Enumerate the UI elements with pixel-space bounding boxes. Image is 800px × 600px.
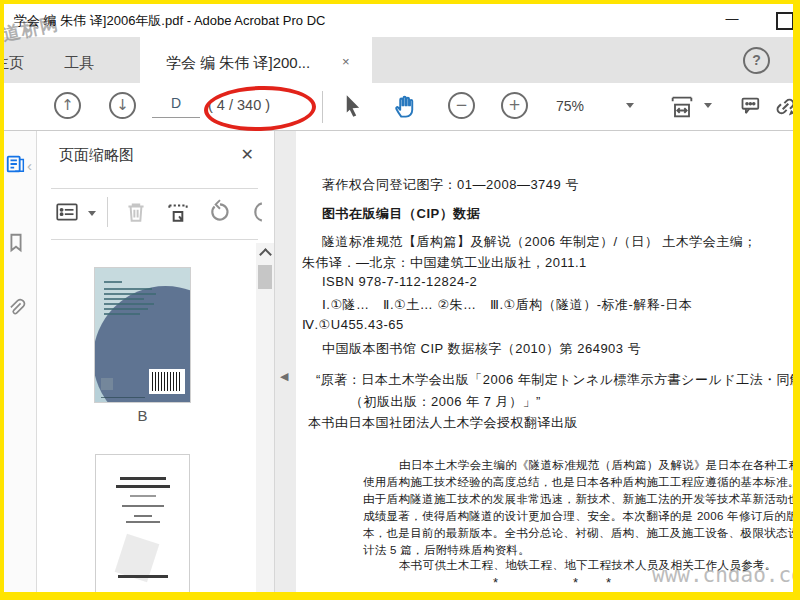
- insert-pages-icon[interactable]: [165, 199, 191, 225]
- tab-document-label: 学会 编 朱伟 译]200...: [166, 54, 310, 73]
- cover-qr-code: [101, 378, 113, 390]
- navigation-rail: ‹: [4, 131, 37, 592]
- page-thumbnails-panel: 页面缩略图 ✕: [37, 131, 275, 592]
- acrobat-window: 道桥网 学会 编 朱伟 译]2006年版.pdf - Adobe Acrobat…: [4, 4, 793, 592]
- doc-paragraph-line: 计法 5 篇，后附特殊盾构资料。: [363, 543, 530, 558]
- previous-page-button[interactable]: ↑: [54, 92, 81, 119]
- doc-line: “原著：日本土木学会出版「2006 年制定トンネル標準示方書シールド工法・同解説: [316, 371, 793, 389]
- screenshot-root: { "colors": { "frame-yellow": "#ffe400",…: [0, 0, 800, 600]
- toolbar-divider: [322, 91, 323, 123]
- page-count-indicator: ( 4 / 340 ): [208, 97, 270, 113]
- select-tool-icon[interactable]: [340, 93, 367, 120]
- doc-paragraph-line: 本书可供土木工程、地铁工程、地下工程技术人员及相关工作人员参考。: [399, 558, 777, 573]
- tab-tools[interactable]: 工具: [64, 54, 94, 73]
- tab-document[interactable]: 学会 编 朱伟 译]200... ×: [140, 37, 372, 83]
- attachments-rail-icon[interactable]: [5, 297, 27, 319]
- doc-line: 朱伟译．—北京：中国建筑工业出版社，2011.1: [302, 254, 587, 272]
- document-page[interactable]: www.cndao.com 著作权合同登记图字：01—2008—3749 号 图…: [296, 131, 793, 592]
- panel-close-icon[interactable]: ✕: [241, 145, 254, 164]
- page-thumbnail-title-page[interactable]: [95, 454, 190, 592]
- fit-dropdown-caret-icon[interactable]: [704, 103, 712, 108]
- minimize-button[interactable]: —: [718, 6, 746, 32]
- doc-line: 本书由日本国社团法人土木学会授权翻译出版: [308, 414, 578, 432]
- cover-barcode: [149, 369, 185, 394]
- panel-title: 页面缩略图: [59, 146, 134, 165]
- link-icon[interactable]: [772, 93, 793, 120]
- thumbnail-options-icon[interactable]: [54, 199, 80, 225]
- collapse-panel-icon[interactable]: ◀: [280, 370, 288, 383]
- zoom-dropdown-caret-icon[interactable]: [626, 103, 634, 108]
- panel-notch-icon: ‹: [27, 157, 32, 174]
- separator-star: *: [493, 575, 498, 590]
- doc-line: Ⅰ.①隧… Ⅱ.①土… ②朱… Ⅲ.①盾构（隧道）-标准-解释-日本: [322, 296, 692, 314]
- main-toolbar: ↑ ↓ D ( 4 / 340 ) − + 75%: [4, 83, 793, 131]
- panel-tool-divider: [107, 197, 108, 227]
- doc-line: 著作权合同登记图字：01—2008—3749 号: [322, 176, 579, 194]
- tab-home[interactable]: 主页: [4, 54, 24, 73]
- zoom-in-icon[interactable]: +: [501, 92, 528, 119]
- panel-divider: [51, 188, 258, 189]
- doc-paragraph-line: 成绩显著，使得盾构隧道的设计更加合理、安全。本次翻译的是 2006 年修订后的版: [363, 509, 793, 524]
- doc-paragraph-line: 使用盾构施工技术经验的高度总结，也是日本各种盾构施工工程应遵循的基本标准。: [363, 475, 793, 490]
- zoom-level-value[interactable]: 75%: [556, 98, 584, 114]
- doc-line: Ⅳ.①U455.43-65: [302, 317, 404, 332]
- page-number-input[interactable]: D: [152, 95, 200, 118]
- doc-line: 图书在版编目（CIP）数据: [322, 205, 480, 223]
- panel-scrollbar[interactable]: [256, 243, 274, 592]
- doc-line: 隧道标准规范【盾构篇】及解说（2006 年制定）/（日） 土木学会主编；: [322, 233, 757, 251]
- content-area: ‹ 页面缩略图 ✕: [4, 131, 793, 592]
- options-caret-icon[interactable]: [88, 211, 96, 216]
- bookmarks-rail-icon[interactable]: [5, 232, 27, 254]
- rotate-ccw-icon[interactable]: [207, 199, 233, 225]
- trash-icon[interactable]: [123, 199, 149, 225]
- panel-gutter: ◀: [275, 131, 296, 592]
- page-thumbnail-back-cover[interactable]: [95, 268, 190, 402]
- zoom-out-icon[interactable]: −: [448, 92, 475, 119]
- scroll-up-icon[interactable]: [256, 243, 274, 261]
- window-title: 学会 编 朱伟 译]2006年版.pdf - Adobe Acrobat Pro…: [14, 12, 325, 30]
- doc-line: （初版出版：2006 年 7 月）」”: [350, 393, 541, 411]
- doc-paragraph-line: 由于盾构隧道施工技术的发展非常迅速，新技术、新施工法的开发等技术革新活动也: [363, 492, 793, 507]
- scrollbar-thumb[interactable]: [258, 265, 272, 289]
- next-page-button[interactable]: ↓: [109, 92, 136, 119]
- page-thumbnails-rail-icon[interactable]: [5, 153, 27, 175]
- rotate-cw-icon[interactable]: [251, 199, 275, 225]
- thumbnail-label: B: [95, 407, 190, 424]
- title-bar: 道桥网 学会 编 朱伟 译]2006年版.pdf - Adobe Acrobat…: [4, 4, 793, 37]
- help-icon[interactable]: ?: [743, 47, 770, 74]
- doc-line: ISBN 978-7-112-12824-2: [322, 274, 477, 289]
- hand-tool-icon[interactable]: [392, 93, 419, 120]
- separator-star: *: [573, 575, 578, 590]
- panel-divider: [51, 239, 258, 240]
- comment-icon[interactable]: [738, 93, 765, 120]
- fit-width-icon[interactable]: [668, 93, 695, 120]
- tab-bar: 主页 工具 学会 编 朱伟 译]200... × ?: [4, 37, 793, 83]
- doc-paragraph-line: 本，也是目前的最新版本。全书分总论、衬砌、盾构、施工及施工设备、极限状态设: [363, 526, 793, 541]
- separator-star: *: [606, 575, 611, 590]
- maximize-button[interactable]: [776, 12, 793, 30]
- tab-close-icon[interactable]: ×: [342, 54, 350, 69]
- doc-line: 中国版本图书馆 CIP 数据核字（2010）第 264903 号: [322, 340, 641, 358]
- doc-paragraph-line: 由日本土木学会主编的《隧道标准规范（盾构篇）及解说》是日本在各种工程中: [399, 458, 793, 473]
